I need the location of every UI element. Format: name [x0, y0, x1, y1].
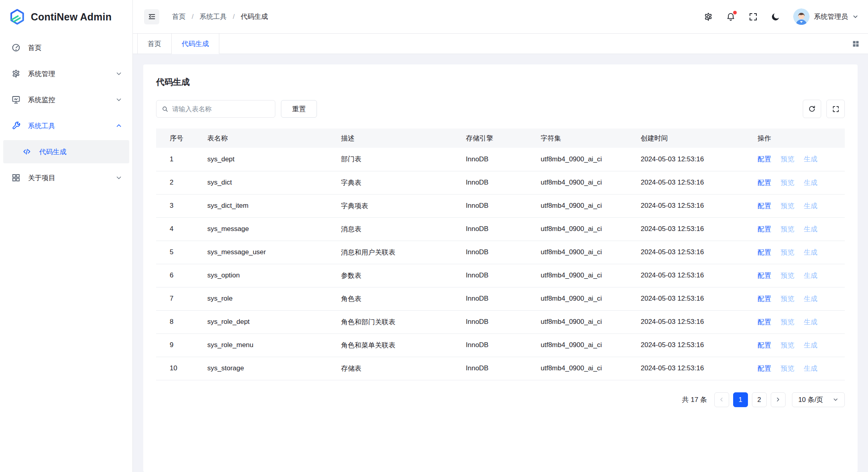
breadcrumb-item-home[interactable]: 首页: [172, 12, 186, 21]
pagination-next-button[interactable]: [771, 392, 786, 407]
configure-link[interactable]: 配置: [758, 155, 771, 163]
generate-link[interactable]: 生成: [804, 155, 817, 163]
cell-table-name: sys_storage: [207, 357, 341, 380]
table-row: 5 sys_message_user 消息和用户关联表 InnoDB utf8m…: [156, 241, 845, 264]
sidebar-subitem-code-generation[interactable]: 代码生成: [3, 140, 129, 163]
table-name-search[interactable]: [156, 100, 275, 118]
configure-link[interactable]: 配置: [758, 365, 771, 372]
search-input[interactable]: [172, 105, 270, 113]
cell-operations: 配置 预览 生成: [758, 171, 845, 194]
cell-operations: 配置 预览 生成: [758, 194, 845, 217]
cell-description: 参数表: [341, 264, 466, 287]
page-size-select[interactable]: 10 条/页: [792, 392, 845, 407]
cell-no: 3: [156, 194, 207, 217]
preview-link[interactable]: 预览: [781, 179, 794, 187]
cell-operations: 配置 预览 生成: [758, 241, 845, 264]
preview-link[interactable]: 预览: [781, 225, 794, 233]
chevron-right-icon: [775, 397, 781, 402]
breadcrumb-item-code-generation: 代码生成: [241, 12, 268, 21]
sidebar-item-system-admin[interactable]: 系统管理: [3, 62, 129, 85]
preview-link[interactable]: 预览: [781, 249, 794, 256]
cell-no: 2: [156, 171, 207, 194]
sidebar-item-system-monitor[interactable]: 系统监控: [3, 88, 129, 111]
app-title: ContiNew Admin: [31, 11, 112, 23]
preview-link[interactable]: 预览: [781, 155, 794, 163]
preview-link[interactable]: 预览: [781, 202, 794, 210]
configure-link[interactable]: 配置: [758, 295, 771, 303]
configure-link[interactable]: 配置: [758, 318, 771, 326]
generate-link[interactable]: 生成: [804, 341, 817, 349]
cell-description: 部门表: [341, 148, 466, 171]
cell-no: 4: [156, 217, 207, 241]
column-header-table-name: 表名称: [207, 129, 341, 148]
configure-link[interactable]: 配置: [758, 179, 771, 187]
sidebar-item-system-tools[interactable]: 系统工具: [3, 114, 129, 137]
cell-operations: 配置 预览 生成: [758, 217, 845, 241]
cell-table-name: sys_role_dept: [207, 310, 341, 333]
configure-link[interactable]: 配置: [758, 249, 771, 256]
preview-link[interactable]: 预览: [781, 295, 794, 303]
cell-storage-engine: InnoDB: [466, 310, 541, 333]
generate-link[interactable]: 生成: [804, 225, 817, 233]
generate-link[interactable]: 生成: [804, 202, 817, 210]
tab-home[interactable]: 首页: [137, 34, 172, 54]
table-row: 1 sys_dept 部门表 InnoDB utf8mb4_0900_ai_ci…: [156, 148, 845, 171]
generate-link[interactable]: 生成: [804, 365, 817, 372]
cell-operations: 配置 预览 生成: [758, 264, 845, 287]
grid-apps-icon: [852, 40, 860, 48]
fullscreen-button[interactable]: [748, 12, 758, 22]
dark-mode-button[interactable]: [771, 12, 780, 22]
sidebar-item-label: 系统工具: [28, 121, 55, 131]
cell-no: 7: [156, 287, 207, 310]
tab-code-generation[interactable]: 代码生成: [172, 34, 219, 54]
chevron-left-icon: [719, 397, 724, 402]
notification-button[interactable]: [726, 12, 736, 22]
table-row: 2 sys_dict 字典表 InnoDB utf8mb4_0900_ai_ci…: [156, 171, 845, 194]
sidebar-item-label: 系统监控: [28, 95, 55, 104]
preview-link[interactable]: 预览: [781, 272, 794, 279]
user-menu[interactable]: 系统管理员: [793, 8, 858, 25]
column-header-charset: 字符集: [541, 129, 641, 148]
reset-button[interactable]: 重置: [281, 100, 317, 118]
generate-link[interactable]: 生成: [804, 318, 817, 326]
preview-link[interactable]: 预览: [781, 341, 794, 349]
breadcrumb: 首页 / 系统工具 / 代码生成: [172, 12, 268, 21]
pagination: 共 17 条 1 2 10 条/页: [156, 392, 845, 407]
preview-link[interactable]: 预览: [781, 365, 794, 372]
content-area: 代码生成 重置: [133, 54, 868, 472]
cell-storage-engine: InnoDB: [466, 217, 541, 241]
pagination-page-1[interactable]: 1: [733, 392, 748, 407]
cell-created-time: 2024-05-03 12:53:16: [641, 171, 758, 194]
cell-no: 9: [156, 333, 207, 357]
tab-actions[interactable]: [852, 34, 868, 54]
cell-table-name: sys_dept: [207, 148, 341, 171]
pagination-page-2[interactable]: 2: [752, 392, 767, 407]
breadcrumb-item-system-tools[interactable]: 系统工具: [200, 12, 227, 21]
sidebar-item-about[interactable]: 关于项目: [3, 166, 129, 189]
expand-table-button[interactable]: [826, 100, 845, 118]
configure-link[interactable]: 配置: [758, 341, 771, 349]
cell-operations: 配置 预览 生成: [758, 148, 845, 171]
chevron-down-icon: [116, 70, 122, 77]
sidebar-collapse-button[interactable]: [144, 9, 159, 24]
settings-button[interactable]: [704, 12, 713, 22]
generate-link[interactable]: 生成: [804, 295, 817, 303]
configure-link[interactable]: 配置: [758, 202, 771, 210]
generate-link[interactable]: 生成: [804, 249, 817, 256]
sidebar-subitem-label: 代码生成: [39, 147, 66, 157]
configure-link[interactable]: 配置: [758, 225, 771, 233]
top-bar: 首页 / 系统工具 / 代码生成: [133, 0, 868, 34]
table-row: 7 sys_role 角色表 InnoDB utf8mb4_0900_ai_ci…: [156, 287, 845, 310]
cell-operations: 配置 预览 生成: [758, 310, 845, 333]
pagination-prev-button[interactable]: [714, 392, 729, 407]
logo-row[interactable]: ContiNew Admin: [0, 0, 132, 34]
refresh-button[interactable]: [803, 100, 821, 118]
generate-link[interactable]: 生成: [804, 272, 817, 279]
sidebar-item-home[interactable]: 首页: [3, 36, 129, 59]
code-generation-card: 代码生成 重置: [143, 64, 858, 472]
cell-charset: utf8mb4_0900_ai_ci: [541, 310, 641, 333]
refresh-icon: [808, 105, 816, 113]
generate-link[interactable]: 生成: [804, 179, 817, 187]
configure-link[interactable]: 配置: [758, 272, 771, 279]
preview-link[interactable]: 预览: [781, 318, 794, 326]
